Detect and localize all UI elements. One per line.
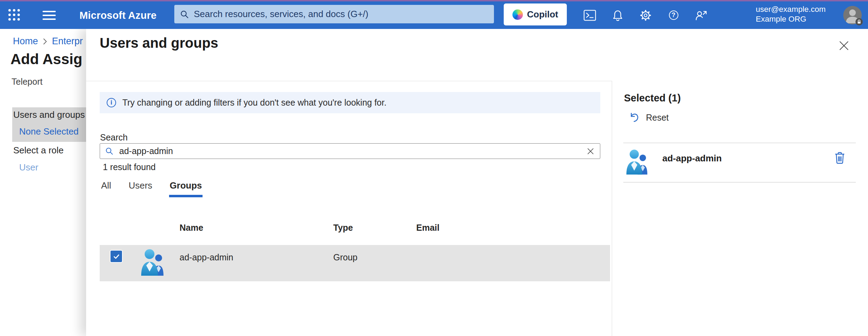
- row-name: ad-app-admin: [180, 252, 233, 262]
- column-header-name: Name: [180, 223, 203, 233]
- row-checkbox[interactable]: [110, 250, 123, 263]
- reset-button[interactable]: Reset: [629, 112, 669, 123]
- clear-search-icon[interactable]: [586, 147, 595, 156]
- copilot-button[interactable]: Copilot: [504, 3, 567, 25]
- breadcrumb-parent-link[interactable]: Enterpr: [52, 36, 83, 47]
- selected-item-name: ad-app-admin: [662, 153, 722, 164]
- help-glyph: ?: [672, 12, 676, 19]
- account-info[interactable]: user@example.com Example ORG: [756, 5, 825, 24]
- help-icon[interactable]: ?: [664, 6, 683, 25]
- close-icon[interactable]: [836, 37, 852, 54]
- search-icon: [105, 147, 114, 155]
- copilot-logo-icon: [512, 9, 523, 20]
- lock-icon: [855, 18, 863, 25]
- row-type: Group: [333, 252, 357, 262]
- selected-list-divider-top: [623, 143, 856, 143]
- settings-gear-icon[interactable]: [636, 6, 655, 25]
- panel-title: Users and groups: [100, 35, 218, 51]
- breadcrumb: Home Enterpr: [13, 36, 83, 47]
- result-count: 1 result found: [103, 162, 156, 172]
- tab-groups[interactable]: Groups: [170, 180, 202, 197]
- info-banner-text: Try changing or adding filters if you do…: [122, 98, 387, 108]
- column-header-type: Type: [333, 223, 353, 233]
- info-banner: i Try changing or adding filters if you …: [100, 92, 600, 113]
- nav-select-role-label: Select a role: [13, 145, 64, 156]
- notifications-bell-icon[interactable]: [608, 6, 627, 25]
- filter-tabs: All Users Groups: [101, 180, 202, 197]
- group-icon: [626, 149, 647, 177]
- nav-role-value-link[interactable]: User: [19, 162, 38, 173]
- copilot-label: Copilot: [527, 9, 558, 20]
- panel-search-box[interactable]: [100, 143, 600, 159]
- check-icon: [113, 253, 120, 260]
- page-title: Add Assig: [10, 51, 82, 68]
- tab-all[interactable]: All: [101, 180, 111, 197]
- info-icon: i: [107, 98, 116, 107]
- undo-icon: [629, 112, 640, 123]
- panel-vertical-divider: [612, 81, 612, 336]
- remove-trash-icon[interactable]: [832, 150, 847, 166]
- info-glyph: i: [111, 99, 112, 106]
- account-email: user@example.com: [756, 5, 825, 14]
- search-field-label: Search: [100, 132, 128, 143]
- portal-menu-icon[interactable]: [43, 11, 56, 22]
- breadcrumb-chevron-icon: [43, 38, 47, 45]
- nav-users-groups-value-link[interactable]: None Selected: [19, 126, 79, 137]
- avatar[interactable]: [843, 6, 862, 24]
- app-launcher-icon[interactable]: [8, 9, 20, 21]
- reset-label: Reset: [646, 113, 669, 123]
- cloud-shell-icon[interactable]: [580, 6, 600, 25]
- account-org: Example ORG: [756, 14, 825, 24]
- selected-list-divider-bottom: [623, 182, 856, 183]
- page-subtitle: Teleport: [12, 77, 43, 87]
- tab-users[interactable]: Users: [129, 180, 152, 197]
- azure-top-bar: Microsoft Azure Copilot: [0, 1, 868, 29]
- breadcrumb-home-link[interactable]: Home: [13, 36, 38, 47]
- column-header-email: Email: [416, 223, 440, 233]
- users-and-groups-panel: Users and groups i Try changing or addin…: [86, 29, 868, 336]
- search-icon: [180, 10, 189, 19]
- brand-title[interactable]: Microsoft Azure: [79, 9, 157, 21]
- panel-header-divider: [86, 81, 612, 81]
- global-search-box[interactable]: [174, 5, 494, 23]
- feedback-icon[interactable]: [692, 6, 711, 25]
- global-search-input[interactable]: [194, 9, 488, 20]
- nav-users-groups-label: Users and groups: [13, 109, 85, 120]
- group-icon: [140, 248, 163, 278]
- table-row[interactable]: ad-app-admin Group: [100, 245, 610, 281]
- panel-search-input[interactable]: [119, 146, 586, 156]
- selected-count-title: Selected (1): [624, 92, 681, 104]
